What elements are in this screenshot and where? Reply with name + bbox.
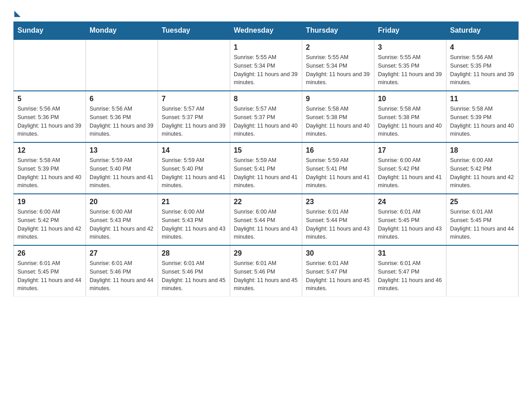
logo-arrow-icon — [14, 11, 21, 17]
calendar-cell: 7Sunrise: 5:57 AM Sunset: 5:37 PM Daylig… — [158, 91, 230, 142]
calendar-cell: 4Sunrise: 5:56 AM Sunset: 5:35 PM Daylig… — [446, 39, 519, 91]
calendar-cell — [158, 39, 230, 91]
day-number: 25 — [450, 198, 515, 206]
calendar-header-thursday: Thursday — [302, 22, 374, 40]
calendar-cell — [446, 245, 519, 297]
calendar-week-row: 12Sunrise: 5:58 AM Sunset: 5:39 PM Dayli… — [14, 142, 519, 194]
calendar-cell: 30Sunrise: 6:01 AM Sunset: 5:47 PM Dayli… — [302, 245, 374, 297]
day-info: Sunrise: 6:01 AM Sunset: 5:45 PM Dayligh… — [17, 259, 82, 293]
calendar-week-row: 5Sunrise: 5:56 AM Sunset: 5:36 PM Daylig… — [14, 91, 519, 142]
calendar-cell — [86, 39, 158, 91]
day-info: Sunrise: 5:55 AM Sunset: 5:35 PM Dayligh… — [378, 53, 442, 87]
calendar-cell: 29Sunrise: 6:01 AM Sunset: 5:46 PM Dayli… — [230, 245, 302, 297]
day-info: Sunrise: 6:00 AM Sunset: 5:42 PM Dayligh… — [17, 208, 82, 241]
calendar-cell: 3Sunrise: 5:55 AM Sunset: 5:35 PM Daylig… — [374, 39, 446, 91]
day-number: 7 — [162, 95, 226, 103]
calendar-cell: 17Sunrise: 6:00 AM Sunset: 5:42 PM Dayli… — [374, 142, 446, 194]
day-info: Sunrise: 5:55 AM Sunset: 5:34 PM Dayligh… — [306, 53, 370, 87]
day-info: Sunrise: 6:01 AM Sunset: 5:46 PM Dayligh… — [162, 259, 226, 293]
day-number: 11 — [450, 95, 515, 103]
day-number: 16 — [306, 146, 370, 154]
day-number: 29 — [234, 249, 298, 257]
calendar-cell: 25Sunrise: 6:01 AM Sunset: 5:45 PM Dayli… — [446, 194, 519, 245]
day-number: 22 — [234, 198, 298, 206]
day-info: Sunrise: 5:57 AM Sunset: 5:37 PM Dayligh… — [162, 105, 226, 138]
calendar-cell: 13Sunrise: 5:59 AM Sunset: 5:40 PM Dayli… — [86, 142, 158, 194]
calendar-header-monday: Monday — [86, 22, 158, 40]
calendar-header-friday: Friday — [374, 22, 446, 40]
day-number: 30 — [306, 249, 370, 257]
day-number: 9 — [306, 95, 370, 103]
day-number: 21 — [162, 198, 226, 206]
calendar-header-row: SundayMondayTuesdayWednesdayThursdayFrid… — [14, 22, 519, 40]
calendar-cell: 11Sunrise: 5:58 AM Sunset: 5:39 PM Dayli… — [446, 91, 519, 142]
day-number: 3 — [378, 43, 442, 51]
day-number: 10 — [378, 95, 442, 103]
day-info: Sunrise: 5:56 AM Sunset: 5:36 PM Dayligh… — [90, 105, 154, 138]
day-number: 1 — [234, 43, 298, 51]
day-number: 31 — [378, 249, 442, 257]
calendar-cell: 12Sunrise: 5:58 AM Sunset: 5:39 PM Dayli… — [14, 142, 86, 194]
calendar-table: SundayMondayTuesdayWednesdayThursdayFrid… — [13, 21, 519, 297]
day-info: Sunrise: 5:55 AM Sunset: 5:34 PM Dayligh… — [234, 53, 298, 87]
calendar-cell: 20Sunrise: 6:00 AM Sunset: 5:43 PM Dayli… — [86, 194, 158, 245]
calendar-cell — [14, 39, 86, 91]
day-info: Sunrise: 5:59 AM Sunset: 5:41 PM Dayligh… — [234, 156, 298, 190]
day-info: Sunrise: 6:01 AM Sunset: 5:44 PM Dayligh… — [306, 208, 370, 241]
day-info: Sunrise: 5:59 AM Sunset: 5:40 PM Dayligh… — [162, 156, 226, 190]
day-number: 26 — [17, 249, 82, 257]
day-info: Sunrise: 6:01 AM Sunset: 5:47 PM Dayligh… — [306, 259, 370, 293]
calendar-header-saturday: Saturday — [446, 22, 519, 40]
day-info: Sunrise: 6:01 AM Sunset: 5:45 PM Dayligh… — [378, 208, 442, 241]
day-info: Sunrise: 5:58 AM Sunset: 5:38 PM Dayligh… — [378, 105, 442, 138]
calendar-header-sunday: Sunday — [14, 22, 86, 40]
day-number: 28 — [162, 249, 226, 257]
calendar-cell: 2Sunrise: 5:55 AM Sunset: 5:34 PM Daylig… — [302, 39, 374, 91]
day-number: 15 — [234, 146, 298, 154]
calendar-cell: 23Sunrise: 6:01 AM Sunset: 5:44 PM Dayli… — [302, 194, 374, 245]
calendar-cell: 9Sunrise: 5:58 AM Sunset: 5:38 PM Daylig… — [302, 91, 374, 142]
day-info: Sunrise: 5:57 AM Sunset: 5:37 PM Dayligh… — [234, 105, 298, 138]
calendar-cell: 27Sunrise: 6:01 AM Sunset: 5:46 PM Dayli… — [86, 245, 158, 297]
calendar-week-row: 19Sunrise: 6:00 AM Sunset: 5:42 PM Dayli… — [14, 194, 519, 245]
day-info: Sunrise: 6:00 AM Sunset: 5:44 PM Dayligh… — [234, 208, 298, 241]
calendar-cell: 14Sunrise: 5:59 AM Sunset: 5:40 PM Dayli… — [158, 142, 230, 194]
day-number: 14 — [162, 146, 226, 154]
day-number: 6 — [90, 95, 154, 103]
day-info: Sunrise: 6:00 AM Sunset: 5:43 PM Dayligh… — [90, 208, 154, 241]
day-number: 27 — [90, 249, 154, 257]
calendar-cell: 6Sunrise: 5:56 AM Sunset: 5:36 PM Daylig… — [86, 91, 158, 142]
day-number: 5 — [17, 95, 82, 103]
logo — [13, 9, 21, 17]
day-number: 20 — [90, 198, 154, 206]
calendar-cell: 1Sunrise: 5:55 AM Sunset: 5:34 PM Daylig… — [230, 39, 302, 91]
calendar-cell: 21Sunrise: 6:00 AM Sunset: 5:43 PM Dayli… — [158, 194, 230, 245]
calendar-cell: 5Sunrise: 5:56 AM Sunset: 5:36 PM Daylig… — [14, 91, 86, 142]
calendar-cell: 22Sunrise: 6:00 AM Sunset: 5:44 PM Dayli… — [230, 194, 302, 245]
day-info: Sunrise: 6:01 AM Sunset: 5:46 PM Dayligh… — [90, 259, 154, 293]
day-info: Sunrise: 5:58 AM Sunset: 5:38 PM Dayligh… — [306, 105, 370, 138]
day-number: 18 — [450, 146, 515, 154]
calendar-cell: 15Sunrise: 5:59 AM Sunset: 5:41 PM Dayli… — [230, 142, 302, 194]
day-info: Sunrise: 5:56 AM Sunset: 5:36 PM Dayligh… — [17, 105, 82, 138]
day-info: Sunrise: 5:59 AM Sunset: 5:41 PM Dayligh… — [306, 156, 370, 190]
day-number: 2 — [306, 43, 370, 51]
day-info: Sunrise: 5:58 AM Sunset: 5:39 PM Dayligh… — [450, 105, 515, 138]
day-info: Sunrise: 6:01 AM Sunset: 5:45 PM Dayligh… — [450, 208, 515, 241]
day-number: 24 — [378, 198, 442, 206]
day-info: Sunrise: 5:56 AM Sunset: 5:35 PM Dayligh… — [450, 53, 515, 87]
calendar-cell: 8Sunrise: 5:57 AM Sunset: 5:37 PM Daylig… — [230, 91, 302, 142]
day-number: 13 — [90, 146, 154, 154]
day-number: 19 — [17, 198, 82, 206]
calendar-cell: 19Sunrise: 6:00 AM Sunset: 5:42 PM Dayli… — [14, 194, 86, 245]
day-info: Sunrise: 6:00 AM Sunset: 5:43 PM Dayligh… — [162, 208, 226, 241]
page-header — [13, 9, 519, 17]
day-number: 23 — [306, 198, 370, 206]
calendar-cell: 24Sunrise: 6:01 AM Sunset: 5:45 PM Dayli… — [374, 194, 446, 245]
calendar-cell: 18Sunrise: 6:00 AM Sunset: 5:42 PM Dayli… — [446, 142, 519, 194]
day-info: Sunrise: 6:00 AM Sunset: 5:42 PM Dayligh… — [450, 156, 515, 190]
day-number: 4 — [450, 43, 515, 51]
calendar-cell: 10Sunrise: 5:58 AM Sunset: 5:38 PM Dayli… — [374, 91, 446, 142]
day-number: 17 — [378, 146, 442, 154]
calendar-header-wednesday: Wednesday — [230, 22, 302, 40]
